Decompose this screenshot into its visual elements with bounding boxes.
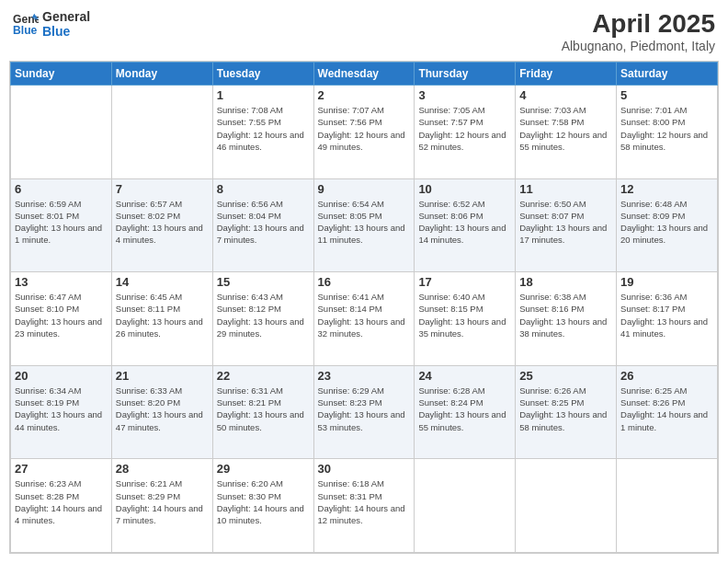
day-cell: 7Sunrise: 6:57 AMSunset: 8:02 PMDaylight…	[111, 178, 212, 272]
day-info: Sunrise: 6:26 AMSunset: 8:25 PMDaylight:…	[519, 385, 612, 433]
day-number: 4	[519, 88, 612, 102]
calendar-subtitle: Albugnano, Piedmont, Italy	[562, 39, 715, 53]
day-cell: 1Sunrise: 7:08 AMSunset: 7:55 PMDaylight…	[212, 86, 313, 179]
day-info: Sunrise: 6:18 AMSunset: 8:31 PMDaylight:…	[318, 477, 411, 526]
day-info: Sunrise: 7:05 AMSunset: 7:57 PMDaylight:…	[418, 104, 511, 153]
day-info: Sunrise: 6:21 AMSunset: 8:29 PMDaylight:…	[116, 477, 209, 526]
day-info: Sunrise: 6:20 AMSunset: 8:30 PMDaylight:…	[217, 477, 310, 526]
day-cell: 5Sunrise: 7:01 AMSunset: 8:00 PMDaylight…	[617, 86, 718, 179]
col-tuesday: Tuesday	[212, 63, 313, 86]
day-info: Sunrise: 6:43 AMSunset: 8:12 PMDaylight:…	[217, 291, 310, 339]
day-cell: 23Sunrise: 6:29 AMSunset: 8:23 PMDayligh…	[313, 365, 415, 459]
week-row-5: 27Sunrise: 6:23 AMSunset: 8:28 PMDayligh…	[11, 459, 718, 553]
col-sunday: Sunday	[11, 63, 112, 86]
day-info: Sunrise: 6:33 AMSunset: 8:20 PMDaylight:…	[116, 385, 209, 433]
day-number: 12	[620, 182, 713, 196]
day-info: Sunrise: 6:59 AMSunset: 8:01 PMDaylight:…	[15, 198, 108, 247]
day-number: 25	[519, 369, 612, 383]
day-info: Sunrise: 7:08 AMSunset: 7:55 PMDaylight:…	[217, 104, 310, 153]
day-cell: 2Sunrise: 7:07 AMSunset: 7:56 PMDaylight…	[313, 86, 415, 179]
day-cell: 11Sunrise: 6:50 AMSunset: 8:07 PMDayligh…	[516, 178, 617, 272]
logo-general: General	[42, 9, 90, 24]
day-info: Sunrise: 6:56 AMSunset: 8:04 PMDaylight:…	[217, 198, 310, 247]
day-cell: 10Sunrise: 6:52 AMSunset: 8:06 PMDayligh…	[415, 178, 516, 272]
col-thursday: Thursday	[415, 63, 516, 86]
day-cell: 14Sunrise: 6:45 AMSunset: 8:11 PMDayligh…	[111, 272, 212, 366]
day-cell	[415, 459, 516, 553]
logo-blue: Blue	[42, 24, 90, 39]
header: General Blue General Blue April 2025 Alb…	[9, 9, 719, 53]
day-info: Sunrise: 6:23 AMSunset: 8:28 PMDaylight:…	[15, 477, 108, 526]
day-number: 15	[217, 275, 310, 289]
day-info: Sunrise: 6:25 AMSunset: 8:26 PMDaylight:…	[620, 385, 713, 433]
day-cell: 24Sunrise: 6:28 AMSunset: 8:24 PMDayligh…	[415, 365, 516, 459]
day-info: Sunrise: 6:28 AMSunset: 8:24 PMDaylight:…	[418, 385, 511, 433]
day-number: 29	[217, 462, 310, 476]
day-cell: 20Sunrise: 6:34 AMSunset: 8:19 PMDayligh…	[11, 365, 112, 459]
day-info: Sunrise: 6:52 AMSunset: 8:06 PMDaylight:…	[418, 198, 511, 247]
day-cell: 26Sunrise: 6:25 AMSunset: 8:26 PMDayligh…	[617, 365, 718, 459]
day-number: 5	[620, 88, 713, 102]
day-number: 13	[15, 275, 108, 289]
day-cell: 19Sunrise: 6:36 AMSunset: 8:17 PMDayligh…	[617, 272, 718, 366]
week-row-2: 6Sunrise: 6:59 AMSunset: 8:01 PMDaylight…	[11, 178, 718, 272]
calendar-title: April 2025	[562, 9, 715, 39]
day-number: 17	[418, 275, 511, 289]
day-info: Sunrise: 6:36 AMSunset: 8:17 PMDaylight:…	[620, 291, 713, 339]
header-row: Sunday Monday Tuesday Wednesday Thursday…	[11, 63, 718, 86]
day-info: Sunrise: 6:50 AMSunset: 8:07 PMDaylight:…	[519, 198, 612, 247]
day-number: 30	[318, 462, 411, 476]
day-cell: 30Sunrise: 6:18 AMSunset: 8:31 PMDayligh…	[313, 459, 415, 553]
day-cell: 4Sunrise: 7:03 AMSunset: 7:58 PMDaylight…	[516, 86, 617, 179]
day-number: 8	[217, 182, 310, 196]
day-cell: 25Sunrise: 6:26 AMSunset: 8:25 PMDayligh…	[516, 365, 617, 459]
calendar: Sunday Monday Tuesday Wednesday Thursday…	[9, 61, 719, 554]
day-cell: 3Sunrise: 7:05 AMSunset: 7:57 PMDaylight…	[415, 86, 516, 179]
calendar-header: Sunday Monday Tuesday Wednesday Thursday…	[11, 63, 718, 86]
day-info: Sunrise: 6:47 AMSunset: 8:10 PMDaylight:…	[15, 291, 108, 339]
day-info: Sunrise: 6:29 AMSunset: 8:23 PMDaylight:…	[318, 385, 411, 433]
day-cell: 15Sunrise: 6:43 AMSunset: 8:12 PMDayligh…	[212, 272, 313, 366]
day-number: 16	[318, 275, 411, 289]
day-info: Sunrise: 6:41 AMSunset: 8:14 PMDaylight:…	[318, 291, 411, 339]
day-cell: 9Sunrise: 6:54 AMSunset: 8:05 PMDaylight…	[313, 178, 415, 272]
day-info: Sunrise: 6:38 AMSunset: 8:16 PMDaylight:…	[519, 291, 612, 339]
col-wednesday: Wednesday	[313, 63, 415, 86]
day-info: Sunrise: 6:45 AMSunset: 8:11 PMDaylight:…	[116, 291, 209, 339]
week-row-3: 13Sunrise: 6:47 AMSunset: 8:10 PMDayligh…	[11, 272, 718, 366]
day-info: Sunrise: 6:34 AMSunset: 8:19 PMDaylight:…	[15, 385, 108, 433]
week-row-4: 20Sunrise: 6:34 AMSunset: 8:19 PMDayligh…	[11, 365, 718, 459]
day-cell: 13Sunrise: 6:47 AMSunset: 8:10 PMDayligh…	[11, 272, 112, 366]
day-number: 11	[519, 182, 612, 196]
day-cell: 8Sunrise: 6:56 AMSunset: 8:04 PMDaylight…	[212, 178, 313, 272]
svg-text:Blue: Blue	[13, 24, 38, 37]
col-monday: Monday	[111, 63, 212, 86]
day-number: 19	[620, 275, 713, 289]
day-cell: 27Sunrise: 6:23 AMSunset: 8:28 PMDayligh…	[11, 459, 112, 553]
title-block: April 2025 Albugnano, Piedmont, Italy	[562, 9, 715, 53]
day-number: 21	[116, 369, 209, 383]
day-cell: 16Sunrise: 6:41 AMSunset: 8:14 PMDayligh…	[313, 272, 415, 366]
calendar-table: Sunday Monday Tuesday Wednesday Thursday…	[10, 62, 718, 553]
day-number: 28	[116, 462, 209, 476]
day-number: 10	[418, 182, 511, 196]
day-cell	[111, 86, 212, 179]
day-info: Sunrise: 6:54 AMSunset: 8:05 PMDaylight:…	[318, 198, 411, 247]
day-number: 27	[15, 462, 108, 476]
day-number: 14	[116, 275, 209, 289]
day-number: 1	[217, 88, 310, 102]
day-number: 26	[620, 369, 713, 383]
logo: General Blue General Blue	[13, 9, 90, 39]
page: General Blue General Blue April 2025 Alb…	[0, 0, 728, 563]
day-number: 24	[418, 369, 511, 383]
day-number: 2	[318, 88, 411, 102]
col-friday: Friday	[516, 63, 617, 86]
day-cell	[11, 86, 112, 179]
day-info: Sunrise: 7:03 AMSunset: 7:58 PMDaylight:…	[519, 104, 612, 153]
day-cell	[516, 459, 617, 553]
day-number: 6	[15, 182, 108, 196]
day-info: Sunrise: 6:48 AMSunset: 8:09 PMDaylight:…	[620, 198, 713, 247]
logo-icon: General Blue	[13, 11, 39, 37]
day-number: 9	[318, 182, 411, 196]
day-info: Sunrise: 6:31 AMSunset: 8:21 PMDaylight:…	[217, 385, 310, 433]
